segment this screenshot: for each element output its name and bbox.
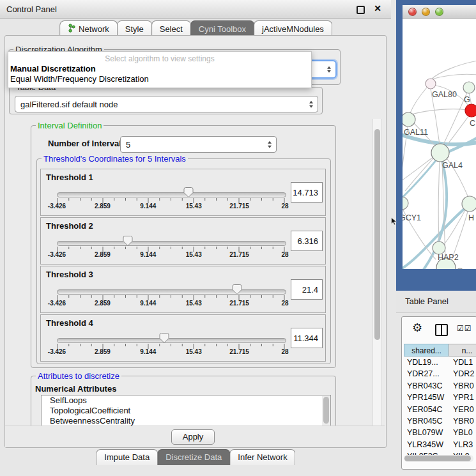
cell-name[interactable]: YBR0 [449, 380, 476, 392]
table-row[interactable]: YDL19...YDL1 [404, 357, 476, 368]
apply-button[interactable]: Apply [171, 429, 215, 445]
attributes-scrollbar[interactable] [322, 396, 330, 426]
tick-label: 21.715 [229, 348, 249, 355]
split-columns-icon[interactable] [435, 324, 448, 336]
dropdown-option-manual-discretization[interactable]: Manual Discretization [8, 63, 311, 73]
network-node[interactable] [465, 104, 476, 117]
network-node[interactable] [426, 79, 436, 89]
network-edge[interactable] [431, 74, 476, 79]
table-row[interactable]: YER054CYER0 [404, 404, 476, 415]
threshold-title: Threshold 1 [46, 173, 93, 182]
cell-name[interactable]: YPR1 [449, 392, 476, 403]
node-label: HAP2 [438, 253, 459, 262]
number-of-intervals-label: Number of Intervals [48, 139, 126, 148]
network-node[interactable] [463, 82, 475, 93]
cell-name[interactable]: YDL1 [449, 357, 476, 368]
threshold-value-field[interactable]: 14.713 [291, 182, 323, 203]
cell-shared-name[interactable]: YER054C [404, 404, 449, 415]
number-of-intervals-combobox[interactable]: 5 [120, 136, 277, 153]
table-row[interactable]: YBR043CYBR0 [404, 380, 476, 392]
tab-discretize-data[interactable]: Discretize Data [157, 449, 230, 465]
network-edge[interactable] [410, 88, 427, 113]
traffic-light-close-icon[interactable] [408, 8, 417, 16]
node-label: H [468, 213, 474, 222]
network-edge[interactable] [403, 154, 441, 199]
threshold-title: Threshold 2 [46, 221, 93, 231]
attribute-item[interactable]: SelfLoops [42, 395, 330, 406]
network-edge[interactable] [431, 61, 476, 79]
table-data-value: galFiltered.sif default node [20, 100, 118, 109]
threshold-panel-2: Threshold 2-3.4262.8599.14415.4321.71528… [40, 217, 326, 265]
slider-track[interactable] [57, 289, 286, 295]
settings-gear-icon[interactable]: ⚙ [412, 322, 422, 334]
network-node[interactable] [433, 242, 445, 254]
scrollbar-thumb[interactable] [374, 129, 380, 340]
table-row[interactable]: YBR045CYBR0 [404, 415, 476, 427]
slider-ticks [57, 247, 286, 252]
cell-name[interactable]: YBL0 [449, 427, 476, 438]
cell-name[interactable]: YLR3 [449, 439, 476, 450]
network-node[interactable] [431, 144, 449, 162]
cell-shared-name[interactable]: YBR045C [404, 415, 449, 427]
close-icon[interactable]: ✕ [374, 3, 381, 13]
cell-shared-name[interactable]: YBR043C [404, 380, 449, 392]
tab-infer-network[interactable]: Infer Network [229, 449, 295, 465]
network-canvas[interactable]: GAL80GCGAL11GAL4GCY1HHAP2 [403, 19, 476, 269]
cell-shared-name[interactable]: YBL079W [404, 427, 449, 438]
slider-track[interactable] [57, 338, 286, 343]
cell-shared-name[interactable]: YDL19... [404, 357, 449, 368]
threshold-value-field[interactable]: 11.344 [291, 328, 323, 348]
slider-handle[interactable] [183, 187, 194, 198]
control-panel: Control Panel ✕ Network Style Select Cyn… [0, 0, 391, 476]
cell-shared-name[interactable]: YPR145W [404, 392, 449, 403]
combo-arrows-icon [327, 66, 331, 73]
table-data-group: Table Data galFiltered.sif default node [9, 87, 323, 114]
cell-shared-name[interactable]: YLR345W [404, 439, 449, 450]
threshold-value-field[interactable]: 21.4 [291, 279, 323, 300]
cell-name[interactable]: YBR0 [449, 415, 476, 427]
slider-track[interactable] [57, 241, 286, 246]
numerical-attributes-list[interactable]: SelfLoopsTopologicalCoefficientBetweenne… [41, 395, 331, 427]
tab-label: Impute Data [104, 452, 150, 462]
table-row[interactable]: YDR27...YDR2 [404, 368, 476, 380]
tick-label: 9.144 [140, 251, 156, 258]
network-node[interactable] [462, 196, 476, 211]
column-header-shared[interactable]: shared... [404, 344, 449, 357]
network-node[interactable] [403, 197, 408, 210]
network-edge[interactable] [438, 162, 440, 242]
column-checkboxes-icon[interactable]: ☑☑ [457, 324, 472, 333]
tick-label: 9.144 [140, 348, 156, 355]
table-panel: ⚙ ☑☑ shared... n... YDL19...YDL1YDR27...… [401, 316, 476, 470]
table-data-combobox[interactable]: galFiltered.sif default node [15, 96, 318, 112]
dropdown-option-equal-width-frequency[interactable]: Equal Width/Frequency Discretization [8, 73, 311, 84]
traffic-light-minimize-icon[interactable] [422, 8, 430, 16]
mouse-cursor [391, 217, 397, 226]
tick-label: 28 [281, 251, 288, 258]
table-row[interactable]: YLR345WYLR3 [404, 439, 476, 450]
table-row[interactable]: YPR145WYPR1 [404, 392, 476, 403]
column-header-name[interactable]: n... [449, 344, 476, 357]
network-node[interactable] [456, 268, 464, 269]
tab-impute-data[interactable]: Impute Data [96, 449, 158, 465]
group-title: Attributes to discretize [36, 371, 121, 381]
threshold-value-field[interactable]: 6.316 [291, 231, 323, 251]
cell-shared-name[interactable]: YDR27... [404, 368, 449, 380]
slider-handle[interactable] [122, 235, 134, 247]
tab-label: Select [160, 24, 183, 34]
settings-vertical-scrollbar[interactable] [372, 119, 382, 441]
slider-handle[interactable] [158, 332, 170, 344]
cell-name[interactable]: YDR2 [449, 368, 476, 380]
traffic-light-zoom-icon[interactable] [435, 8, 443, 16]
network-node[interactable] [403, 112, 415, 127]
float-window-icon[interactable] [357, 6, 365, 14]
table-row[interactable]: YBL079WYBL0 [404, 427, 476, 438]
table-horizontal-scrollbar[interactable] [404, 455, 473, 462]
attribute-item[interactable]: TopologicalCoefficient [42, 406, 330, 416]
cell-name[interactable]: YER0 [449, 404, 476, 415]
slider-track[interactable] [57, 192, 286, 197]
network-edge[interactable] [411, 109, 466, 114]
attribute-item[interactable]: BetweennessCentrality [42, 416, 330, 426]
slider-handle[interactable] [231, 284, 243, 295]
network-window-titlebar [403, 5, 476, 19]
tick-label: 2.859 [95, 348, 111, 355]
